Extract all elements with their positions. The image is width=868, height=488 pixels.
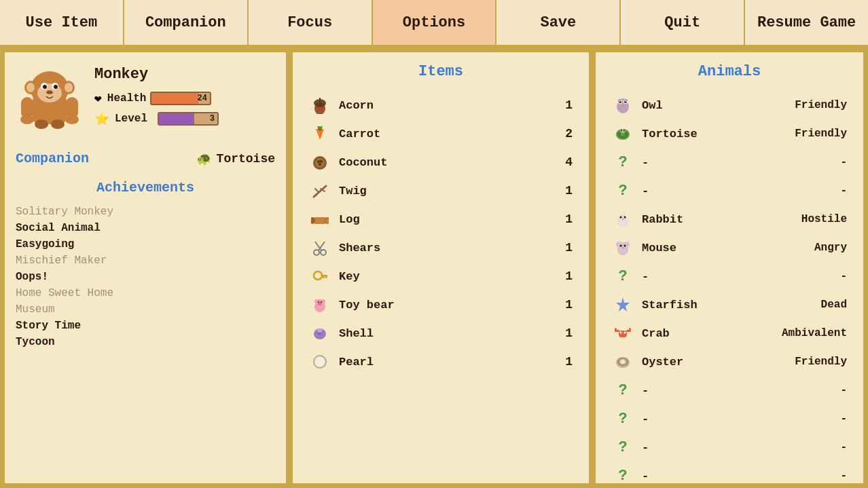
list-item: OysterFriendly [607,348,852,376]
list-item[interactable]: Coconut4 [304,148,578,176]
nav-companion[interactable]: Companion [124,0,249,45]
list-item: TortoiseFriendly [607,119,852,148]
svg-point-85 [624,245,626,247]
character-section: Monkey ❤️ Health 24 ⭐ Level [16,63,275,132]
nav-save[interactable]: Save [496,0,621,45]
animal-name: - [642,413,840,426]
animal-status: Hostile [801,213,847,225]
animal-name: Starfish [642,299,821,312]
svg-rect-22 [319,98,321,102]
level-row: ⭐ Level 3 [94,111,219,126]
list-item[interactable]: Log1 [304,205,578,233]
companion-name: Tortoise [217,152,275,166]
animal-status: - [840,156,847,168]
achievement-item: Easygoing [16,236,275,252]
star-icon: ⭐ [94,111,109,126]
list-item[interactable]: Pearl1 [304,348,578,376]
animal-name: - [642,156,840,169]
svg-rect-25 [319,126,321,131]
achievement-item: Home Sweet Home [16,285,275,301]
achievement-item: Social Animal [16,220,275,236]
item-count: 2 [565,127,573,140]
health-bar: 24 [150,92,211,105]
svg-point-39 [314,250,319,255]
list-item[interactable]: Carrot2 [304,119,578,148]
level-bar-fill [159,113,194,124]
item-icon [309,237,331,259]
list-item[interactable]: Shears1 [304,233,578,262]
animal-icon: ? [612,436,634,458]
animal-icon: ? [612,379,634,401]
item-icon [309,123,331,145]
animal-name: Oyster [642,356,795,369]
svg-point-53 [321,301,323,303]
svg-point-16 [20,115,34,124]
list-item[interactable]: Acorn1 [304,91,578,119]
item-name: Acorn [339,99,565,112]
monkey-sprite [16,63,84,131]
svg-point-86 [622,247,624,249]
achievement-item: Story Time [16,318,275,334]
svg-rect-94 [629,328,631,331]
heart-icon: ❤️ [94,91,102,106]
item-icon [309,180,331,202]
item-name: Twig [339,185,565,198]
item-count: 1 [565,241,573,255]
list-item[interactable]: Twig1 [304,176,578,205]
svg-point-11 [26,83,35,92]
item-count: 1 [565,212,573,226]
svg-point-31 [319,163,321,166]
nav-options[interactable]: Options [373,0,497,45]
level-label: Level [115,113,152,125]
animals-panel: Animals OwlFriendlyTortoiseFriendly?--?-… [594,50,865,485]
item-count: 1 [565,298,573,312]
item-icon [309,351,331,373]
list-item[interactable]: Toy bear1 [304,290,578,319]
animals-title: Animals [607,63,852,80]
item-name: Shears [339,242,565,255]
item-icon [309,265,331,287]
svg-point-72 [623,130,625,131]
animal-status: - [840,413,847,425]
nav-resume-game[interactable]: Resume Game [745,0,868,45]
nav-focus[interactable]: Focus [249,0,373,45]
list-item[interactable]: Shell1 [304,319,578,348]
main-content: Monkey ❤️ Health 24 ⭐ Level [0,48,868,488]
svg-rect-65 [618,99,621,102]
list-item: RabbitHostile [607,205,852,233]
items-panel: Items Acorn1Carrot2Coconut4Twig1Log1Shea… [291,50,591,485]
item-count: 1 [565,326,573,340]
item-name: Pearl [339,356,565,369]
svg-point-79 [622,219,624,221]
companion-info: 🐢 Tortoise [196,151,275,166]
item-count: 1 [565,269,573,283]
character-name: Monkey [94,66,219,83]
animal-icon: ? [612,151,634,173]
animal-icon: ? [612,180,634,202]
svg-point-77 [620,217,622,219]
achievements-list: Solitary MonkeySocial AnimalEasygoingMis… [16,204,275,350]
list-item[interactable]: Key1 [304,262,578,290]
animal-name: Tortoise [642,128,795,140]
animal-name: - [642,185,840,198]
item-icon [309,94,331,116]
achievement-item: Oops! [16,269,275,285]
list-item: CrabAmbivalent [607,319,852,348]
animal-status: - [840,470,847,482]
companion-label: Companion [16,151,89,166]
health-value: 24 [197,94,206,103]
companion-section: Companion 🐢 Tortoise [16,145,275,166]
svg-point-5 [43,85,47,89]
nav-quit[interactable]: Quit [621,0,745,45]
nav-use-item[interactable]: Use Item [0,0,124,45]
svg-point-71 [621,130,622,131]
svg-point-13 [65,83,73,92]
item-count: 1 [565,98,573,112]
left-panel: Monkey ❤️ Health 24 ⭐ Level [3,50,288,485]
animal-status: Angry [814,242,847,254]
achievement-item: Tycoon [16,334,275,350]
animal-name: - [642,470,840,483]
list-item: ?-- [607,176,852,205]
animal-icon [612,237,634,259]
achievements-section: Achievements Solitary MonkeySocial Anima… [16,180,275,350]
